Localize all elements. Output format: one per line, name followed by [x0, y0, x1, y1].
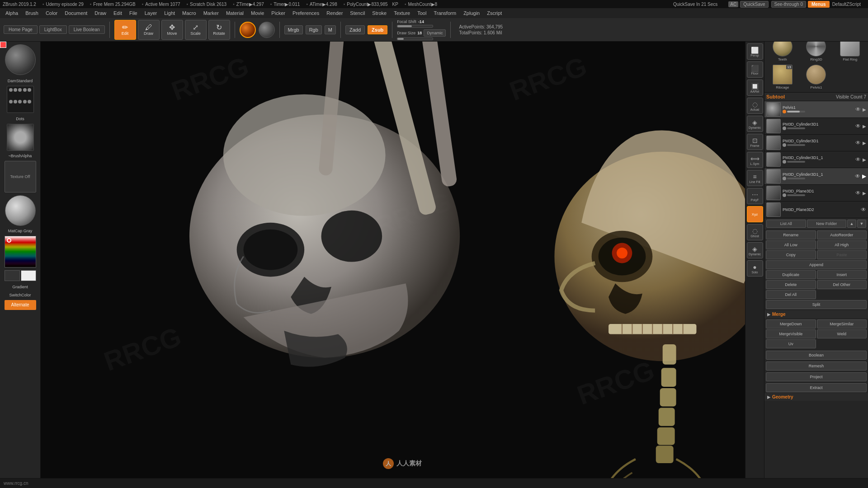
polyf-button[interactable]: ⋯ PolyF: [747, 188, 763, 204]
menu-zplugin[interactable]: Zplugin: [460, 9, 483, 17]
delete-button[interactable]: Delete: [766, 280, 816, 289]
subtool-item-cyl2[interactable]: PM3D_Cylinder3D1 👁 ▶: [764, 135, 868, 151]
home-page-tab[interactable]: Home Page: [4, 25, 38, 34]
cyl4-slider[interactable]: [787, 178, 805, 179]
cyl3-eye-toggle[interactable]: 👁: [855, 156, 861, 163]
menu-texture[interactable]: Texture: [390, 9, 414, 17]
all-high-button[interactable]: All High: [817, 240, 867, 249]
geometry-section-header[interactable]: ▶ Geometry: [764, 393, 868, 401]
menu-stencil[interactable]: Stencil: [346, 9, 368, 17]
cyl2-expand[interactable]: ▶: [863, 141, 866, 145]
weld-button[interactable]: Weld: [817, 329, 867, 338]
mrgb-toggle[interactable]: Mrgb: [284, 25, 303, 34]
cyl2-eye-toggle[interactable]: 👁: [855, 140, 861, 146]
rename-button[interactable]: Rename: [766, 230, 816, 239]
menu-layer[interactable]: Layer: [141, 9, 161, 17]
persp-button[interactable]: ⬜ Persp: [747, 43, 763, 60]
paste-button[interactable]: Paste: [817, 250, 867, 259]
scale-button[interactable]: ⤢ Scale: [185, 20, 207, 40]
draw-size-slider[interactable]: [397, 38, 433, 40]
duplicate-button[interactable]: Duplicate: [766, 270, 816, 279]
alternate-button[interactable]: Alternate: [5, 300, 36, 310]
subtool-item-cyl1[interactable]: PM3D_Cylinder3D1 👁 ▶: [764, 118, 868, 135]
brush-mode-sphere[interactable]: [240, 22, 256, 38]
cyl1-eye-toggle[interactable]: 👁: [855, 123, 861, 129]
m-toggle[interactable]: M: [325, 25, 336, 34]
color-picker[interactable]: [5, 236, 36, 267]
cyl3-slider[interactable]: [787, 161, 805, 163]
cyl3-expand[interactable]: ▶: [863, 157, 866, 162]
brush-item-pelvis1[interactable]: Pelvis1: [800, 64, 833, 90]
ghost-button[interactable]: ◌ Ghost: [747, 224, 763, 240]
menu-render[interactable]: Render: [323, 9, 346, 17]
live-boolean-tab[interactable]: Live Boolean: [69, 25, 105, 34]
menu-light[interactable]: Light: [160, 9, 179, 17]
brush-alt-sphere[interactable]: [259, 22, 275, 38]
menu-macro[interactable]: Macro: [179, 9, 200, 17]
menu-color[interactable]: Color: [42, 9, 61, 17]
cyl1-expand[interactable]: ▶: [863, 124, 866, 129]
grad-swatch-light[interactable]: [21, 270, 36, 281]
menu-preferences[interactable]: Preferences: [289, 9, 323, 17]
pelvis1-expand[interactable]: ▶: [863, 107, 866, 112]
plane2-eye-toggle[interactable]: 👁: [861, 206, 866, 213]
canvas-area[interactable]: RRCG RRCG RRCG RRCG RRCG: [41, 42, 764, 478]
rgb-toggle[interactable]: Rgb: [306, 25, 322, 34]
zsub-button[interactable]: Zsub: [368, 25, 387, 34]
subtool-item-plane1[interactable]: PM3D_Plane3D1 👁 ▶: [764, 185, 868, 202]
subtool-item-cyl3[interactable]: PM3D_Cylinder3D1_1 👁 ▶: [764, 151, 868, 168]
frame-button[interactable]: ⊡ Frame: [747, 134, 763, 150]
quicksave-button[interactable]: QuickSave: [740, 1, 768, 8]
menu-zscript[interactable]: Zscript: [483, 9, 505, 17]
grad-swatch-dark[interactable]: [5, 270, 20, 281]
remesh-button[interactable]: Remesh: [766, 361, 867, 371]
merge-visible-button[interactable]: MergeVisible: [766, 329, 816, 338]
pelvis1-eye-toggle[interactable]: 👁: [855, 106, 861, 113]
project-button[interactable]: Project: [766, 372, 867, 381]
menu-stroke[interactable]: Stroke: [368, 9, 390, 17]
auto-reorder-button[interactable]: AutoReorder: [817, 230, 867, 239]
menu-movie[interactable]: Movie: [247, 9, 268, 17]
dynamic2-button[interactable]: ◈ Dynamic: [747, 242, 763, 258]
merge-down-button[interactable]: MergeDown: [766, 319, 816, 328]
menu-marker[interactable]: Marker: [200, 9, 222, 17]
split-button[interactable]: Split: [766, 300, 867, 309]
cyl2-slider[interactable]: [787, 144, 805, 146]
menu-document[interactable]: Document: [61, 9, 91, 17]
cyl1-slider[interactable]: [787, 127, 805, 129]
seethrough-button[interactable]: See-through 0: [771, 1, 806, 8]
insert-button[interactable]: Insert: [817, 270, 867, 279]
alpha-preview[interactable]: [7, 124, 34, 151]
all-low-button[interactable]: All Low: [766, 240, 816, 249]
dynamic-mode-button[interactable]: ◈ Dynamic: [747, 116, 763, 132]
plane1-slider[interactable]: [787, 194, 805, 196]
menu-tool[interactable]: Tool: [414, 9, 430, 17]
copy-button[interactable]: Copy: [766, 250, 816, 259]
dynamic-button[interactable]: Dynamic: [424, 29, 446, 37]
move-button[interactable]: ✥ Move: [161, 20, 183, 40]
menu-edit[interactable]: Edit: [110, 9, 126, 17]
subtool-item-plane2[interactable]: PM3D_Plane3D2 👁: [764, 202, 868, 218]
cyl4-eye-toggle[interactable]: 👁: [855, 173, 860, 179]
plane1-eye-toggle[interactable]: 👁: [855, 190, 861, 196]
merge-similar-button[interactable]: MergeSimilar: [817, 319, 867, 328]
menu-picker[interactable]: Picker: [268, 9, 289, 17]
dots-preview[interactable]: [7, 86, 34, 113]
rotate-button[interactable]: ↻ Rotate: [208, 20, 230, 40]
matcap-preview[interactable]: [5, 195, 36, 226]
new-folder-button[interactable]: New Folder: [807, 220, 847, 228]
lsym-button[interactable]: ⟺ L.Sym: [747, 152, 763, 168]
brush-preview[interactable]: [5, 44, 36, 75]
brush-item-ribcage[interactable]: 13 Ribcage: [766, 64, 799, 90]
color-indicator-small[interactable]: [0, 42, 6, 48]
sculpt-canvas[interactable]: RRCG RRCG RRCG RRCG RRCG: [41, 42, 764, 478]
boolean-button[interactable]: Boolean: [766, 351, 867, 360]
menu-material[interactable]: Material: [222, 9, 247, 17]
list-arrow-down[interactable]: ▼: [857, 220, 866, 228]
menu-transform[interactable]: Transform: [430, 9, 460, 17]
draw-button[interactable]: 🖊 Draw: [138, 20, 160, 40]
menu-brush[interactable]: Brush: [22, 9, 42, 17]
aarel-button[interactable]: 🔲 AARel: [747, 80, 763, 96]
lightbox-tab[interactable]: LightBox: [39, 25, 67, 34]
zadd-button[interactable]: Zadd: [345, 25, 365, 34]
